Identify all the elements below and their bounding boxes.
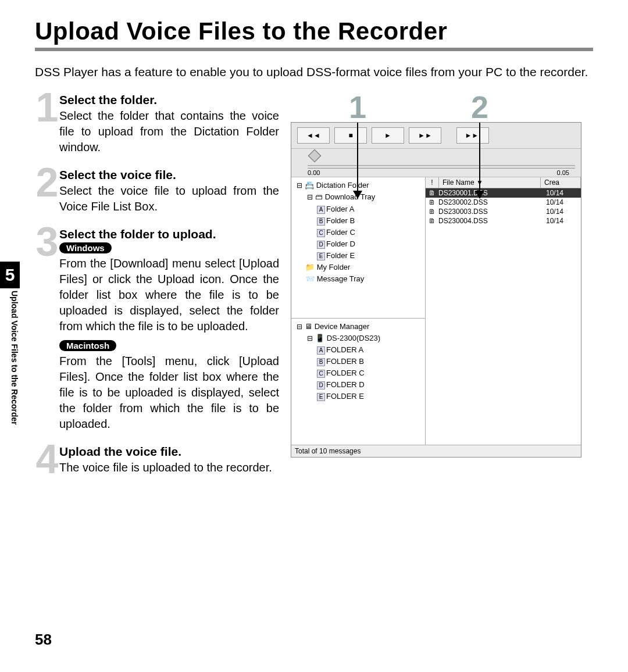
file-created: 10/14 bbox=[543, 189, 581, 197]
step-num: 2 bbox=[35, 162, 58, 203]
folder-letter-icon: C bbox=[317, 370, 325, 378]
step-body: Select the folder that contains the voic… bbox=[59, 108, 279, 155]
step-num: 4 bbox=[35, 439, 58, 480]
file-list-pane: ! File Name ▼ Crea 🗎 DS230001.DSS 10/14 bbox=[426, 177, 581, 445]
file-icon: 🗎 bbox=[426, 198, 437, 206]
file-icon: 🗎 bbox=[426, 208, 437, 216]
intro-text: DSS Player has a feature to enable you t… bbox=[35, 64, 593, 80]
file-name: DS230004.DSS bbox=[437, 217, 543, 225]
file-name: DS230002.DSS bbox=[437, 198, 543, 206]
folder-letter-icon: D bbox=[317, 381, 325, 389]
step-3: 3 Select the folder to upload. Windows F… bbox=[35, 227, 279, 432]
dev-folder-d[interactable]: DFOLDER D bbox=[295, 379, 422, 391]
callout-num: 1 bbox=[349, 93, 366, 121]
app-screenshot: ◄◄ ■ ► ►► ►►I 0.00 0.05 bbox=[291, 122, 581, 457]
file-icon: 🗎 bbox=[426, 217, 437, 225]
step-num: 3 bbox=[35, 221, 58, 262]
title-rule bbox=[35, 48, 593, 51]
step-body-win: From the [Download] menu select [Upload … bbox=[59, 256, 279, 334]
file-icon: 🗎 bbox=[426, 189, 437, 197]
page-number: 58 bbox=[35, 631, 52, 649]
callouts: 1 2 bbox=[291, 93, 593, 140]
callout-1: 1 bbox=[349, 93, 366, 140]
file-row[interactable]: 🗎 DS230004.DSS 10/14 bbox=[426, 216, 581, 226]
status-bar: Total of 10 messages bbox=[291, 445, 581, 457]
step-num: 1 bbox=[35, 87, 58, 128]
os-pill-windows: Windows bbox=[59, 242, 112, 253]
slider-tick-right: 0.05 bbox=[557, 169, 569, 176]
step-1: 1 Select the folder. Select the folder t… bbox=[35, 93, 279, 155]
slider-thumb-icon[interactable] bbox=[308, 149, 322, 163]
step-2: 2 Select the voice file. Select the voic… bbox=[35, 168, 279, 215]
folder-letter-icon: D bbox=[317, 241, 325, 249]
position-slider[interactable]: 0.00 0.05 bbox=[291, 149, 581, 177]
file-list: 🗎 DS230001.DSS 10/14 🗎 DS230002.DSS 10/1… bbox=[426, 188, 581, 445]
chapter-title-vertical: Upload Voice Files to the Recorder bbox=[10, 291, 19, 425]
dev-folder-c[interactable]: CFOLDER C bbox=[295, 367, 422, 379]
file-name: DS230001.DSS bbox=[437, 189, 543, 197]
folder-letter-icon: E bbox=[317, 252, 325, 260]
file-name: DS230003.DSS bbox=[437, 208, 543, 216]
slider-tick-left: 0.00 bbox=[308, 169, 320, 176]
folder-letter-icon: C bbox=[317, 229, 325, 237]
step-title: Select the folder to upload. bbox=[59, 227, 279, 241]
step-title: Upload the voice file. bbox=[59, 445, 279, 459]
file-row[interactable]: 🗎 DS230003.DSS 10/14 bbox=[426, 207, 581, 216]
page-title: Upload Voice Files to the Recorder bbox=[35, 17, 593, 45]
minus-icon: ⊟ bbox=[295, 321, 304, 333]
dev-folder-e[interactable]: EFOLDER E bbox=[295, 391, 422, 402]
chapter-tab: 5 bbox=[0, 262, 20, 288]
file-row[interactable]: 🗎 DS230002.DSS 10/14 bbox=[426, 198, 581, 207]
folder-letter-icon: B bbox=[317, 358, 325, 366]
folder-letter-icon: B bbox=[317, 217, 325, 226]
step-body: The voice file is uploaded to the record… bbox=[59, 460, 279, 476]
step-title: Select the folder. bbox=[59, 93, 279, 107]
tree-message-tray[interactable]: 📨 Message Tray bbox=[295, 273, 422, 285]
tree-folder-e[interactable]: EFolder E bbox=[295, 250, 422, 262]
folder-letter-icon: E bbox=[317, 393, 325, 401]
folder-letter-icon: A bbox=[317, 206, 325, 214]
file-row[interactable]: 🗎 DS230001.DSS 10/14 bbox=[426, 188, 581, 198]
step-title: Select the voice file. bbox=[59, 168, 279, 182]
minus-icon: ⊟ bbox=[305, 192, 314, 203]
slider-track[interactable]: 0.00 0.05 bbox=[308, 165, 575, 169]
file-created: 10/14 bbox=[543, 198, 581, 206]
col-filename[interactable]: File Name ▼ bbox=[439, 177, 541, 188]
minus-icon: ⊟ bbox=[295, 180, 304, 191]
dev-folder-a[interactable]: AFOLDER A bbox=[295, 344, 422, 356]
file-list-header: ! File Name ▼ Crea bbox=[426, 177, 581, 188]
arrow-down-icon bbox=[357, 123, 358, 198]
folder-tree-pane: ⊟📇 Dictation Folder ⊟🗃 Download Tray AFo… bbox=[291, 177, 426, 445]
file-created: 10/14 bbox=[543, 208, 581, 216]
tree-folder-a[interactable]: AFolder A bbox=[295, 203, 422, 215]
arrow-down-icon bbox=[479, 123, 480, 198]
col-priority[interactable]: ! bbox=[426, 177, 439, 188]
dev-folder-b[interactable]: BFOLDER B bbox=[295, 356, 422, 367]
tree-folder-c[interactable]: CFolder C bbox=[295, 227, 422, 238]
tree-folder-d[interactable]: DFolder D bbox=[295, 238, 422, 250]
step-body-mac: From the [Tools] menu, click [Upload Fil… bbox=[59, 353, 279, 432]
step-body: Select the voice file to upload from the… bbox=[59, 183, 279, 215]
device-tree: ⊟🖥 Device Manager ⊟📱 DS-2300(DS23) AFOLD… bbox=[291, 319, 425, 445]
minus-icon: ⊟ bbox=[305, 333, 314, 344]
tree-my-folder[interactable]: 📁 My Folder bbox=[295, 262, 422, 273]
callout-num: 2 bbox=[471, 93, 488, 121]
file-created: 10/14 bbox=[543, 217, 581, 225]
step-4: 4 Upload the voice file. The voice file … bbox=[35, 445, 279, 476]
tree-device-root[interactable]: ⊟🖥 Device Manager bbox=[295, 321, 422, 333]
tree-folder-b[interactable]: BFolder B bbox=[295, 215, 422, 227]
callout-2: 2 bbox=[471, 93, 488, 140]
folder-letter-icon: A bbox=[317, 346, 325, 355]
os-pill-macintosh: Macintosh bbox=[59, 340, 116, 351]
tree-device[interactable]: ⊟📱 DS-2300(DS23) bbox=[295, 333, 422, 344]
col-created[interactable]: Crea bbox=[541, 177, 581, 188]
